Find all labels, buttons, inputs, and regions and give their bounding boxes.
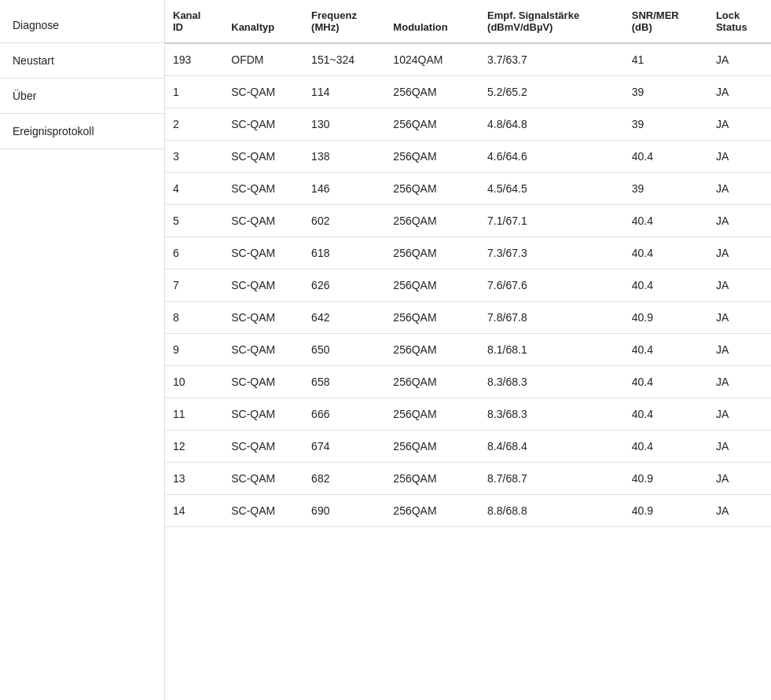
table-row: 8SC-QAM642256QAM7.8/67.840.9JA (165, 302, 771, 334)
cell-kanal-id: 8 (165, 302, 223, 334)
cell-empf: 4.6/64.6 (479, 141, 624, 173)
cell-modulation: 1024QAM (385, 43, 479, 76)
cell-kanal-id: 1 (165, 76, 223, 108)
cell-snr: 41 (624, 43, 708, 76)
cell-frequenz: 626 (303, 269, 385, 302)
cell-kanaltyp: OFDM (223, 43, 303, 76)
table-row: 9SC-QAM650256QAM8.1/68.140.4JA (165, 334, 771, 366)
cell-kanaltyp: SC-QAM (223, 269, 303, 302)
cell-kanal-id: 6 (165, 237, 223, 269)
cell-modulation: 256QAM (385, 431, 479, 463)
table-row: 13SC-QAM682256QAM8.7/68.740.9JA (165, 463, 771, 495)
cell-snr: 40.9 (624, 302, 708, 334)
cell-snr: 40.4 (624, 334, 708, 366)
cell-kanaltyp: SC-QAM (223, 141, 303, 173)
table-row: 3SC-QAM138256QAM4.6/64.640.4JA (165, 141, 771, 173)
cell-lock: JA (708, 431, 771, 463)
sidebar-item-neustart[interactable]: Neustart (0, 43, 164, 79)
cell-kanaltyp: SC-QAM (223, 108, 303, 141)
cell-kanaltyp: SC-QAM (223, 366, 303, 398)
cell-kanal-id: 9 (165, 334, 223, 366)
cell-empf: 8.7/68.7 (479, 463, 624, 495)
cell-frequenz: 658 (303, 366, 385, 398)
cell-lock: JA (708, 141, 771, 173)
cell-kanaltyp: SC-QAM (223, 398, 303, 431)
cell-modulation: 256QAM (385, 366, 479, 398)
table-row: 2SC-QAM130256QAM4.8/64.839JA (165, 108, 771, 141)
sidebar-item-über[interactable]: Über (0, 79, 164, 114)
cell-empf: 3.7/63.7 (479, 43, 624, 76)
cell-frequenz: 146 (303, 173, 385, 205)
cell-empf: 8.8/68.8 (479, 495, 624, 527)
cell-kanaltyp: SC-QAM (223, 431, 303, 463)
cell-snr: 40.9 (624, 495, 708, 527)
th-kanal-id: KanalID (165, 0, 223, 43)
cell-modulation: 256QAM (385, 398, 479, 431)
th-lock-status: LockStatus (708, 0, 771, 43)
cell-snr: 40.4 (624, 366, 708, 398)
table-row: 1SC-QAM114256QAM5.2/65.239JA (165, 76, 771, 108)
cell-empf: 8.3/68.3 (479, 366, 624, 398)
cell-modulation: 256QAM (385, 302, 479, 334)
table-header-row: KanalID Kanaltyp Frequenz(MHz) Modulatio… (165, 0, 771, 43)
cell-empf: 5.2/65.2 (479, 76, 624, 108)
cell-kanaltyp: SC-QAM (223, 495, 303, 527)
cell-lock: JA (708, 398, 771, 431)
cell-lock: JA (708, 302, 771, 334)
table-row: 4SC-QAM146256QAM4.5/64.539JA (165, 173, 771, 205)
sidebar-item-ereignisprotokoll[interactable]: Ereignisprotokoll (0, 114, 164, 149)
cell-kanaltyp: SC-QAM (223, 205, 303, 237)
cell-modulation: 256QAM (385, 463, 479, 495)
cell-frequenz: 682 (303, 463, 385, 495)
cell-lock: JA (708, 495, 771, 527)
cell-kanal-id: 4 (165, 173, 223, 205)
cell-modulation: 256QAM (385, 334, 479, 366)
cell-snr: 39 (624, 108, 708, 141)
cell-snr: 39 (624, 76, 708, 108)
cell-kanal-id: 5 (165, 205, 223, 237)
cell-kanal-id: 12 (165, 431, 223, 463)
cell-kanal-id: 3 (165, 141, 223, 173)
cell-frequenz: 642 (303, 302, 385, 334)
cell-kanal-id: 7 (165, 269, 223, 302)
table-row: 14SC-QAM690256QAM8.8/68.840.9JA (165, 495, 771, 527)
cell-empf: 8.1/68.1 (479, 334, 624, 366)
cell-modulation: 256QAM (385, 76, 479, 108)
table-row: 5SC-QAM602256QAM7.1/67.140.4JA (165, 205, 771, 237)
channel-table: KanalID Kanaltyp Frequenz(MHz) Modulatio… (165, 0, 771, 527)
cell-kanal-id: 14 (165, 495, 223, 527)
cell-frequenz: 690 (303, 495, 385, 527)
cell-modulation: 256QAM (385, 141, 479, 173)
cell-kanaltyp: SC-QAM (223, 334, 303, 366)
cell-empf: 4.5/64.5 (479, 173, 624, 205)
main-content: KanalID Kanaltyp Frequenz(MHz) Modulatio… (165, 0, 771, 700)
cell-snr: 40.4 (624, 141, 708, 173)
cell-lock: JA (708, 237, 771, 269)
cell-frequenz: 674 (303, 431, 385, 463)
cell-lock: JA (708, 108, 771, 141)
cell-lock: JA (708, 366, 771, 398)
cell-snr: 40.4 (624, 237, 708, 269)
sidebar-item-diagnose[interactable]: Diagnose (0, 8, 164, 43)
cell-lock: JA (708, 76, 771, 108)
cell-kanal-id: 10 (165, 366, 223, 398)
cell-lock: JA (708, 334, 771, 366)
cell-frequenz: 138 (303, 141, 385, 173)
cell-empf: 7.8/67.8 (479, 302, 624, 334)
table-row: 7SC-QAM626256QAM7.6/67.640.4JA (165, 269, 771, 302)
table-row: 12SC-QAM674256QAM8.4/68.440.4JA (165, 431, 771, 463)
cell-kanaltyp: SC-QAM (223, 302, 303, 334)
cell-snr: 40.4 (624, 205, 708, 237)
cell-frequenz: 666 (303, 398, 385, 431)
cell-frequenz: 602 (303, 205, 385, 237)
cell-modulation: 256QAM (385, 495, 479, 527)
cell-lock: JA (708, 205, 771, 237)
cell-kanaltyp: SC-QAM (223, 237, 303, 269)
cell-frequenz: 114 (303, 76, 385, 108)
table-row: 11SC-QAM666256QAM8.3/68.340.4JA (165, 398, 771, 431)
cell-snr: 40.4 (624, 269, 708, 302)
cell-modulation: 256QAM (385, 205, 479, 237)
table-row: 6SC-QAM618256QAM7.3/67.340.4JA (165, 237, 771, 269)
cell-snr: 40.9 (624, 463, 708, 495)
cell-empf: 7.1/67.1 (479, 205, 624, 237)
